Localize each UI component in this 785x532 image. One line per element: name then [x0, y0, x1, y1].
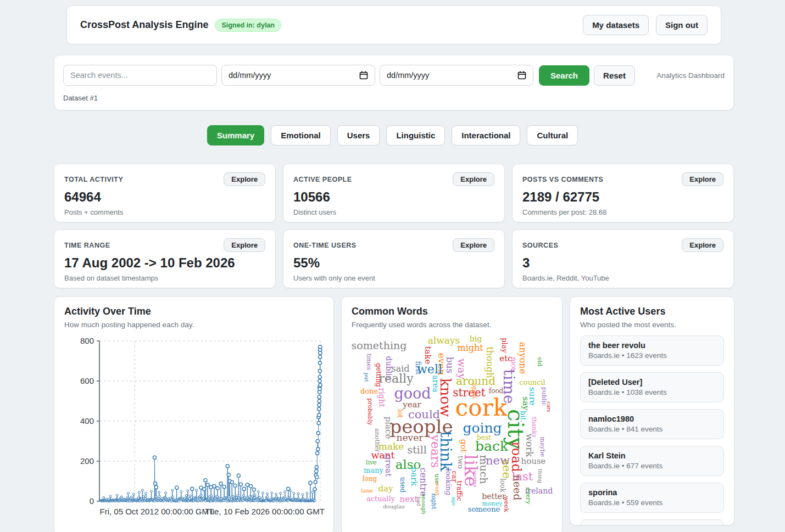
- cloud-word: got: [459, 439, 467, 453]
- cloud-word: seems: [472, 470, 478, 488]
- svg-text:Fri, 05 Oct 2012 00:00:00 GMT: Fri, 05 Oct 2012 00:00:00 GMT: [100, 507, 214, 516]
- cloud-word: need: [512, 475, 522, 501]
- app-title: CrossPost Analysis Engine: [80, 19, 208, 31]
- stat-value: 55%: [293, 255, 494, 271]
- word-cloud: somethingalwaysbigtakemightplayetcanyone…: [352, 334, 555, 528]
- explore-button[interactable]: Explore: [682, 172, 723, 186]
- stat-sub: Users with only one event: [293, 274, 494, 282]
- search-button[interactable]: Search: [539, 65, 589, 86]
- cloud-word: old: [537, 357, 543, 366]
- cloud-word: week: [503, 496, 509, 512]
- tab-users[interactable]: Users: [337, 125, 380, 145]
- explore-button[interactable]: Explore: [224, 172, 265, 186]
- cloud-word: cork: [455, 396, 507, 419]
- search-input[interactable]: [63, 65, 217, 86]
- stat-sub: Posts + comments: [64, 208, 265, 216]
- tab-summary[interactable]: Summary: [207, 125, 264, 145]
- user-name: corks finest: [588, 525, 716, 525]
- dashboard-page: { "header": { "title": "CrossPost Analys…: [0, 0, 785, 532]
- cloud-word: might: [457, 344, 483, 352]
- tab-interactional[interactable]: Interactional: [452, 125, 520, 145]
- cloud-word: ago: [451, 497, 456, 506]
- user-name: sporina: [588, 488, 716, 497]
- user-name: [Deleted User]: [588, 378, 716, 387]
- explore-button[interactable]: Explore: [682, 238, 723, 252]
- explore-button[interactable]: Explore: [453, 172, 494, 186]
- stat-sub: Comments per post: 28.68: [522, 208, 723, 216]
- cloud-word: put: [364, 373, 369, 382]
- cloud-word: though: [485, 346, 494, 378]
- date-from-placeholder: dd/mm/yyyy: [229, 71, 271, 80]
- tab-emotional[interactable]: Emotional: [271, 125, 331, 145]
- cloud-word: great: [384, 455, 392, 477]
- cloud-word: traffic: [456, 481, 463, 501]
- user-list-item[interactable]: sporina Boards.ie • 559 events: [580, 483, 724, 513]
- user-meta: Boards.ie • 677 events: [588, 462, 716, 470]
- filter-bar: dd/mm/yyyy dd/mm/yyyy Search Reset Analy…: [54, 55, 734, 110]
- cloud-word: actually: [366, 495, 395, 502]
- cloud-word: cars: [546, 401, 551, 412]
- cloud-word: someone: [468, 506, 500, 513]
- tab-bar: Summary Emotional Users Linguistic Inter…: [0, 125, 785, 145]
- user-meta: Boards.ie • 559 events: [588, 499, 716, 507]
- stat-sub: Based on dataset timestamps: [64, 274, 265, 282]
- calendar-icon: [359, 71, 368, 80]
- cloud-word: used: [399, 477, 406, 493]
- svg-text:200: 200: [80, 456, 94, 466]
- cloud-word: much: [478, 455, 489, 484]
- stat-value: 2189 / 62775: [522, 189, 723, 205]
- cloud-word: night: [431, 493, 437, 509]
- cloud-word: always: [428, 336, 460, 345]
- date-to-input[interactable]: dd/mm/yyyy: [380, 65, 533, 86]
- cloud-word: work: [525, 433, 534, 457]
- user-list-item[interactable]: [Deleted User] Boards.ie • 1038 events: [580, 372, 724, 402]
- cloud-word: done: [360, 388, 378, 395]
- reset-button[interactable]: Reset: [594, 65, 635, 86]
- date-from-input[interactable]: dd/mm/yyyy: [221, 65, 375, 86]
- cloud-word: house: [521, 457, 546, 466]
- cloud-word: really: [378, 373, 413, 385]
- tab-cultural[interactable]: Cultural: [527, 125, 578, 145]
- cloud-word: live: [366, 460, 377, 466]
- cloud-word: well: [417, 363, 442, 376]
- stat-value: 10566: [293, 189, 494, 205]
- cloud-word: enough: [421, 494, 426, 514]
- user-list-item[interactable]: namloc1980 Boards.ie • 841 events: [580, 409, 724, 439]
- panel-subtitle: Who posted the most events.: [580, 321, 724, 329]
- panel-title: Common Words: [352, 306, 552, 317]
- stat-card-one-time-users: ONE-TIME USERS Explore 55% Users with on…: [283, 229, 505, 288]
- cloud-word: bad: [416, 497, 421, 506]
- cloud-word: bit.: [520, 411, 527, 423]
- tab-linguistic[interactable]: Linguistic: [386, 125, 445, 145]
- explore-button[interactable]: Explore: [453, 238, 494, 252]
- cloud-word: big: [470, 335, 482, 343]
- cloud-word: something: [352, 340, 407, 351]
- stat-value: 17 Aug 2002 -> 10 Feb 2026: [64, 255, 265, 271]
- stat-label: TOTAL ACTIVITY: [64, 176, 123, 183]
- user-meta: Boards.ie • 1038 events: [588, 388, 716, 396]
- cloud-word: many: [364, 467, 383, 474]
- cloud-word: lane: [361, 488, 373, 494]
- user-meta: Boards.ie • 1623 events: [588, 351, 716, 360]
- cloud-word: times: [366, 354, 372, 371]
- cloud-word: back: [475, 439, 508, 453]
- panels-row: Activity Over Time How much posting happ…: [54, 296, 736, 532]
- activity-over-time-panel: Activity Over Time How much posting happ…: [54, 296, 334, 532]
- sign-out-button[interactable]: Sign out: [656, 15, 708, 35]
- stat-label: POSTS VS COMMENTS: [522, 176, 603, 183]
- cloud-word: still: [407, 445, 427, 455]
- stat-card-total-activity: TOTAL ACTIVITY Explore 64964 Posts + com…: [54, 164, 276, 222]
- cloud-word: know: [438, 378, 453, 417]
- my-datasets-button[interactable]: My datasets: [583, 15, 649, 35]
- user-list-item[interactable]: corks finest Boards.ie • 538 events: [580, 519, 724, 525]
- user-list-item[interactable]: Karl Stein Boards.ie • 677 events: [580, 446, 724, 476]
- explore-button[interactable]: Explore: [224, 238, 265, 252]
- user-list-item[interactable]: the beer revolu Boards.ie • 1623 events: [580, 335, 724, 366]
- dataset-label: Dataset #1: [63, 94, 725, 102]
- cloud-word: thing: [537, 469, 543, 484]
- common-words-panel: Common Words Frequently used words acros…: [341, 296, 563, 532]
- cloud-word: look: [499, 478, 506, 492]
- calendar-icon: [517, 71, 526, 80]
- cloud-word: long: [363, 475, 377, 482]
- panel-title: Activity Over Time: [64, 306, 324, 317]
